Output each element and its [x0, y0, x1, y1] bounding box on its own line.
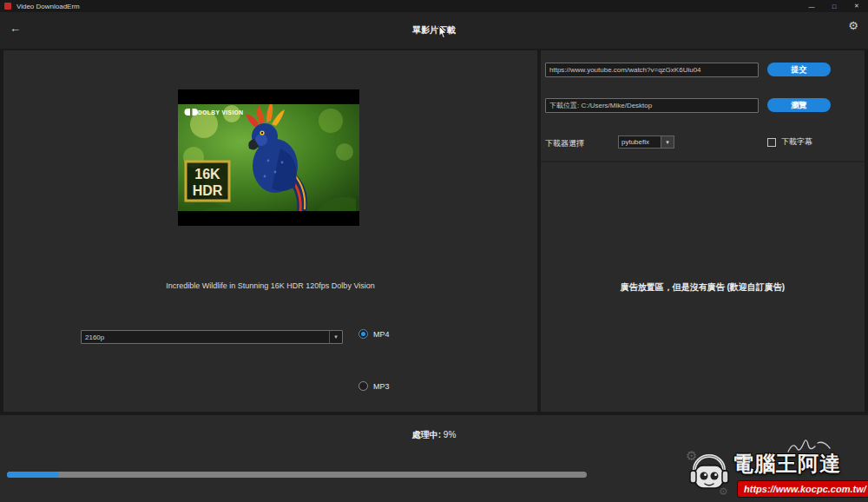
download-location-input[interactable]	[545, 98, 759, 113]
app-icon	[4, 3, 11, 10]
download-settings-panel: 提交 瀏覽 下載器選擇 pytubefix ▾ 下載字幕 廣告放置區，但是沒有廣…	[541, 50, 865, 412]
mp3-label: MP3	[373, 382, 390, 391]
processing-status: 處理中: 9%	[0, 429, 868, 441]
header-bar: ← 單影片下載 ⚙	[0, 12, 868, 49]
minimize-button[interactable]: —	[800, 0, 823, 12]
subtitle-checkbox[interactable]: 下載字幕	[767, 136, 812, 148]
quality-select-value: 2160p	[85, 334, 104, 341]
radio-unselected-icon	[358, 381, 368, 391]
subtitle-label: 下載字幕	[781, 136, 812, 148]
video-title: Incredible Wildlife in Stunning 16K HDR …	[3, 281, 537, 290]
settings-gear-button[interactable]: ⚙	[848, 20, 858, 31]
browse-button[interactable]: 瀏覽	[767, 98, 831, 112]
quality-select[interactable]: 2160p ▾	[81, 330, 343, 344]
downloader-select-value: pytubefix	[618, 135, 661, 149]
checkbox-icon	[767, 138, 776, 147]
submit-button[interactable]: 提交	[767, 63, 831, 76]
mp3-radio-option[interactable]: MP3	[358, 381, 390, 391]
window-controls: — □ ✕	[800, 0, 868, 12]
video-thumbnail: DOLBY VISION 16K HDR	[178, 89, 359, 226]
app-window: Video DownloadErm — □ ✕ ← 單影片下載 ⚙	[0, 0, 868, 502]
mp4-label: MP4	[373, 330, 390, 339]
progress-fill	[7, 472, 59, 478]
badge-hdr-text: HDR	[193, 183, 223, 198]
video-info-panel: DOLBY VISION 16K HDR Incredible Wildlife…	[3, 50, 537, 412]
page-title: 單影片下載	[0, 24, 868, 36]
close-button[interactable]: ✕	[845, 0, 868, 12]
resolution-badge: 16K HDR	[186, 162, 229, 201]
ad-area: 廣告放置區，但是沒有廣告 (歡迎自訂廣告)	[541, 161, 865, 412]
mp4-radio-option[interactable]: MP4	[358, 329, 390, 339]
url-input[interactable]	[545, 63, 759, 77]
downloader-label: 下載器選擇	[545, 138, 584, 149]
window-titlebar: Video DownloadErm — □ ✕	[0, 0, 868, 12]
downloader-select[interactable]: pytubefix ▾	[618, 135, 674, 149]
badge-16k-text: 16K	[194, 167, 220, 182]
progress-bar	[7, 472, 587, 478]
window-title: Video DownloadErm	[16, 3, 80, 10]
chevron-down-icon: ▾	[661, 135, 674, 149]
progress-panel: 處理中: 9%	[0, 415, 868, 502]
dolby-vision-label: DOLBY VISION	[198, 109, 243, 116]
radio-selected-icon	[358, 329, 368, 339]
maximize-button[interactable]: □	[823, 0, 845, 12]
processing-status-value: 9%	[444, 430, 456, 439]
ad-placeholder-text: 廣告放置區，但是沒有廣告 (歡迎自訂廣告)	[612, 281, 793, 294]
processing-status-label: 處理中:	[412, 430, 441, 439]
chevron-down-icon: ▾	[329, 331, 342, 343]
